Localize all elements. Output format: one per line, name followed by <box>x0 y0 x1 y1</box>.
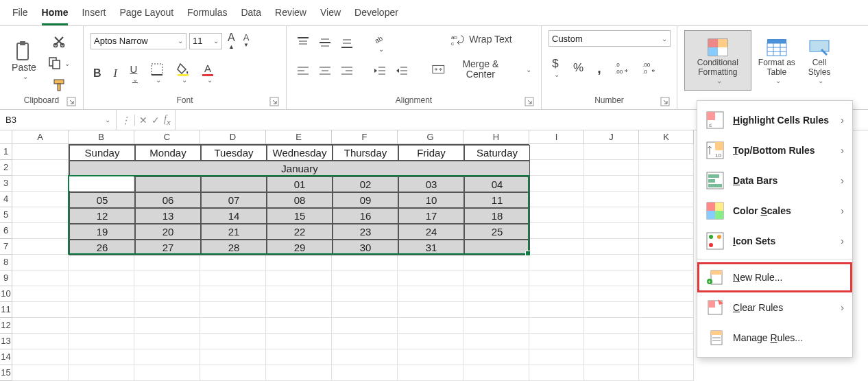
calendar-date-cell[interactable]: 11 <box>464 192 530 208</box>
column-header-B[interactable]: B <box>69 130 134 144</box>
column-header-J[interactable]: J <box>584 130 639 144</box>
row-header-12[interactable]: 12 <box>0 318 12 334</box>
row-header-8[interactable]: 8 <box>0 255 12 270</box>
number-dialog-launcher[interactable] <box>660 97 670 106</box>
row-header-5[interactable]: 5 <box>0 207 12 223</box>
calendar-date-cell[interactable]: 06 <box>135 192 201 208</box>
calendar-date-cell[interactable]: 18 <box>464 208 530 224</box>
calendar-date-cell[interactable] <box>135 176 201 192</box>
calendar-date-cell[interactable]: 13 <box>135 208 201 224</box>
name-box[interactable]: B3⌄ <box>0 110 117 130</box>
cell-styles-button[interactable]: Cell Styles⌄ <box>802 30 836 91</box>
select-all-corner[interactable] <box>0 130 12 144</box>
paste-button[interactable]: Paste ⌄ <box>7 30 41 91</box>
calendar-date-cell[interactable] <box>464 240 530 255</box>
calendar-date-cell[interactable]: 08 <box>267 192 333 208</box>
wrap-text-button[interactable]: abcWrap Text <box>429 32 534 48</box>
calendar-date-cell[interactable]: 30 <box>333 240 398 255</box>
calendar-date-cell[interactable]: 28 <box>201 240 267 255</box>
tab-insert[interactable]: Insert <box>82 7 106 25</box>
conditional-formatting-button[interactable]: Conditional Formatting⌄ <box>684 30 751 91</box>
calendar-date-cell[interactable]: 20 <box>135 224 201 240</box>
tab-view[interactable]: View <box>320 7 341 25</box>
percent-button[interactable]: % <box>570 60 586 76</box>
row-header-3[interactable]: 3 <box>0 176 12 192</box>
calendar-date-cell[interactable]: 07 <box>201 192 267 208</box>
row-header-1[interactable]: 1 <box>0 144 12 160</box>
menu-item-new-rule-[interactable]: +New Rule... <box>697 262 852 292</box>
increase-decimal-button[interactable]: .0.00 <box>612 60 631 76</box>
column-header-E[interactable]: E <box>266 130 332 144</box>
comma-button[interactable]: , <box>594 59 604 77</box>
increase-indent-button[interactable] <box>392 62 411 79</box>
tab-data[interactable]: Data <box>241 7 261 25</box>
calendar-date-cell[interactable]: 04 <box>464 176 530 192</box>
calendar-date-cell[interactable]: 12 <box>69 208 135 224</box>
calendar-date-cell[interactable]: 21 <box>201 224 267 240</box>
tab-page-layout[interactable]: Page Layout <box>119 7 173 25</box>
calendar-date-cell[interactable]: 25 <box>464 224 530 240</box>
calendar-date-cell[interactable]: 01 <box>267 176 333 192</box>
font-color-button[interactable]: A⌄ <box>200 62 216 86</box>
align-left-button[interactable] <box>293 62 313 79</box>
merge-center-button[interactable]: Merge & Center⌄ <box>429 58 534 82</box>
align-top-button[interactable] <box>293 34 313 51</box>
italic-button[interactable]: I <box>111 66 120 81</box>
column-header-H[interactable]: H <box>463 130 529 144</box>
calendar-date-cell[interactable]: 16 <box>333 208 398 224</box>
column-header-D[interactable]: D <box>200 130 266 144</box>
column-header-A[interactable]: A <box>12 130 69 144</box>
increase-font-button[interactable]: A▲ <box>225 30 238 51</box>
fill-color-button[interactable]: ⌄ <box>173 61 193 85</box>
menu-item-color-scales[interactable]: Color Scales› <box>697 196 852 226</box>
decrease-decimal-button[interactable]: .00.0 <box>640 60 659 76</box>
fx-icon[interactable]: fx <box>164 114 171 126</box>
calendar-date-cell[interactable]: 29 <box>267 240 333 255</box>
align-middle-button[interactable] <box>315 34 335 51</box>
calendar-date-cell[interactable] <box>201 176 267 192</box>
menu-item-icon-sets[interactable]: Icon Sets› <box>697 226 852 256</box>
active-cell[interactable] <box>69 176 134 191</box>
number-format-select[interactable]: Custom⌄ <box>548 30 671 47</box>
calendar-date-cell[interactable]: 17 <box>398 208 464 224</box>
row-header-15[interactable]: 15 <box>0 365 12 381</box>
format-painter-button[interactable] <box>45 77 73 93</box>
orientation-button[interactable]: ab⌄ <box>370 30 389 54</box>
tab-formulas[interactable]: Formulas <box>187 7 227 25</box>
row-header-2[interactable]: 2 <box>0 160 12 176</box>
row-header-14[interactable]: 14 <box>0 349 12 365</box>
format-as-table-button[interactable]: Format as Table⌄ <box>753 30 801 91</box>
tab-home[interactable]: Home <box>42 7 69 25</box>
font-size-select[interactable]: 11⌄ <box>189 33 222 49</box>
calendar-date-cell[interactable]: 26 <box>69 240 135 255</box>
menu-item-manage-rules-[interactable]: Manage Rules... <box>697 323 852 353</box>
column-header-I[interactable]: I <box>529 130 584 144</box>
tab-developer[interactable]: Developer <box>354 7 398 25</box>
cancel-formula-icon[interactable]: ✕ <box>139 115 147 126</box>
align-bottom-button[interactable] <box>337 34 357 51</box>
calendar-date-cell[interactable]: 14 <box>201 208 267 224</box>
row-header-11[interactable]: 11 <box>0 302 12 318</box>
row-header-13[interactable]: 13 <box>0 334 12 349</box>
menu-item-top-bottom-rules[interactable]: 10Top/Bottom Rules› <box>697 135 852 165</box>
calendar-date-cell[interactable]: 22 <box>267 224 333 240</box>
underline-button[interactable]: U⌄ <box>127 62 141 84</box>
alignment-dialog-launcher[interactable] <box>525 97 534 106</box>
calendar-date-cell[interactable]: 10 <box>398 192 464 208</box>
borders-button[interactable]: ⌄ <box>147 61 167 85</box>
row-header-4[interactable]: 4 <box>0 192 12 207</box>
calendar-date-cell[interactable]: 23 <box>333 224 398 240</box>
cut-button[interactable] <box>45 33 73 49</box>
enter-formula-icon[interactable]: ✓ <box>152 115 160 126</box>
menu-item-highlight-cells-rules[interactable]: ≤Highlight Cells Rules› <box>697 105 852 135</box>
copy-button[interactable]: ⌄ <box>45 55 73 71</box>
font-name-select[interactable]: Aptos Narrow⌄ <box>91 33 186 49</box>
calendar-date-cell[interactable]: 02 <box>333 176 398 192</box>
font-dialog-launcher[interactable] <box>269 97 279 106</box>
calendar-date-cell[interactable]: 09 <box>333 192 398 208</box>
row-header-9[interactable]: 9 <box>0 270 12 286</box>
calendar-date-cell[interactable]: 27 <box>135 240 201 255</box>
clipboard-dialog-launcher[interactable] <box>67 97 76 106</box>
calendar-date-cell[interactable]: 24 <box>398 224 464 240</box>
currency-button[interactable]: $⌄ <box>548 56 562 80</box>
